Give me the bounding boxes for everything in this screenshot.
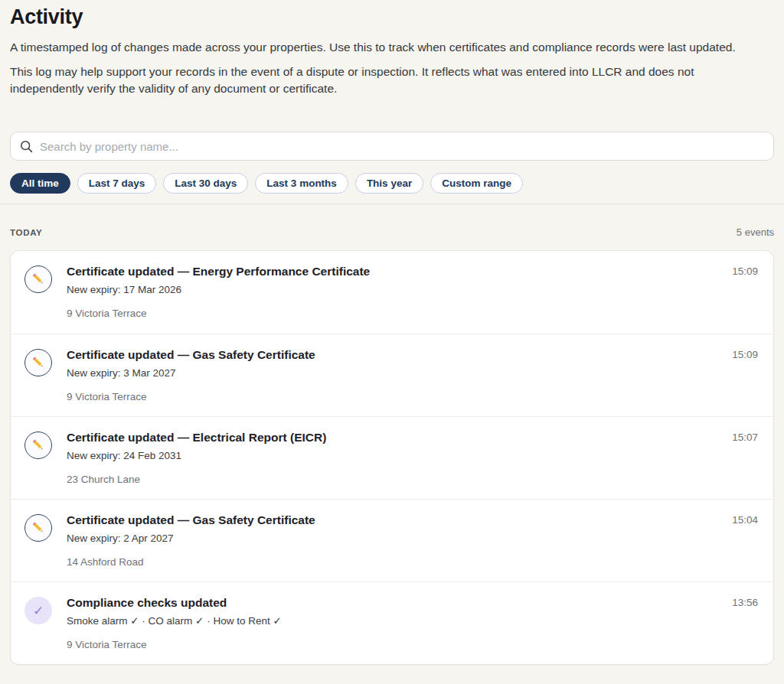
filter-chip[interactable]: Last 7 days bbox=[77, 173, 157, 194]
activity-page: Activity A timestamped log of changes ma… bbox=[0, 5, 784, 665]
page-description-1: A timestamped log of changes made across… bbox=[10, 39, 756, 56]
event-property: 14 Ashford Road bbox=[67, 556, 720, 568]
check-glyph: ✓ bbox=[33, 603, 44, 619]
pencil-icon bbox=[24, 349, 52, 376]
event-property: 9 Victoria Terrace bbox=[67, 639, 720, 650]
search-input[interactable] bbox=[40, 140, 764, 153]
pencil-icon bbox=[24, 514, 52, 542]
search-icon bbox=[20, 140, 33, 153]
event-row: Certificate updated — Gas Safety Certifi… bbox=[11, 334, 773, 416]
filter-chip[interactable]: All time bbox=[10, 173, 70, 194]
event-property: 9 Victoria Terrace bbox=[67, 308, 720, 319]
filter-chip-label: Last 7 days bbox=[89, 178, 145, 189]
event-title: Certificate updated — Gas Safety Certifi… bbox=[67, 347, 720, 363]
event-row: Certificate updated — Electrical Report … bbox=[11, 416, 773, 499]
event-title: Certificate updated — Energy Performance… bbox=[67, 264, 720, 279]
event-content: Certificate updated — Gas Safety Certifi… bbox=[67, 513, 720, 568]
filter-chip[interactable]: Last 30 days bbox=[163, 173, 248, 194]
event-time: 13:56 bbox=[732, 595, 758, 608]
event-subtitle: New expiry: 24 Feb 2031 bbox=[67, 449, 720, 462]
section-header: TODAY 5 events bbox=[10, 226, 774, 238]
page-title: Activity bbox=[10, 5, 774, 29]
check-icon: ✓ bbox=[24, 597, 52, 624]
events-count: 5 events bbox=[737, 226, 774, 238]
section-divider bbox=[0, 204, 784, 204]
filter-chip-label: Custom range bbox=[442, 178, 511, 189]
filter-chips: All time Last 7 days Last 30 days Last 3… bbox=[10, 173, 774, 194]
pencil-icon bbox=[24, 432, 52, 459]
filter-chip[interactable]: This year bbox=[355, 173, 423, 194]
filter-chip-label: This year bbox=[367, 178, 412, 189]
filter-chip-label: All time bbox=[21, 178, 59, 189]
pencil-icon bbox=[24, 265, 52, 293]
event-property: 23 Church Lane bbox=[67, 474, 720, 485]
event-content: Certificate updated — Energy Performance… bbox=[67, 264, 720, 319]
event-time: 15:09 bbox=[732, 264, 758, 277]
event-title: Compliance checks updated bbox=[67, 595, 720, 611]
event-title: Certificate updated — Gas Safety Certifi… bbox=[67, 513, 720, 528]
event-time: 15:07 bbox=[732, 430, 758, 443]
event-subtitle: New expiry: 2 Apr 2027 bbox=[67, 532, 720, 545]
event-time: 15:09 bbox=[732, 347, 758, 360]
event-property: 9 Victoria Terrace bbox=[67, 391, 720, 402]
event-row: ✓ Compliance checks updated Smoke alarm … bbox=[11, 581, 773, 664]
event-subtitle: Smoke alarm ✓ · CO alarm ✓ · How to Rent… bbox=[67, 614, 720, 627]
event-subtitle: New expiry: 3 Mar 2027 bbox=[67, 366, 720, 379]
event-content: Compliance checks updated Smoke alarm ✓ … bbox=[67, 595, 720, 650]
event-row: Certificate updated — Gas Safety Certifi… bbox=[11, 499, 773, 581]
filter-chip[interactable]: Last 3 months bbox=[255, 173, 348, 194]
filter-chip-label: Last 3 months bbox=[266, 178, 337, 189]
event-subtitle: New expiry: 17 Mar 2026 bbox=[67, 283, 720, 296]
page-description-2: This log may help support your records i… bbox=[10, 64, 756, 97]
search-box bbox=[10, 132, 774, 161]
filter-chip[interactable]: Custom range bbox=[430, 173, 523, 194]
section-title: TODAY bbox=[10, 228, 43, 237]
event-row: Certificate updated — Energy Performance… bbox=[11, 251, 773, 334]
event-content: Certificate updated — Gas Safety Certifi… bbox=[67, 347, 720, 402]
event-time: 15:04 bbox=[732, 513, 758, 526]
event-title: Certificate updated — Electrical Report … bbox=[67, 430, 720, 445]
event-content: Certificate updated — Electrical Report … bbox=[67, 430, 720, 485]
event-list: Certificate updated — Energy Performance… bbox=[10, 250, 774, 665]
filter-chip-label: Last 30 days bbox=[175, 178, 237, 189]
